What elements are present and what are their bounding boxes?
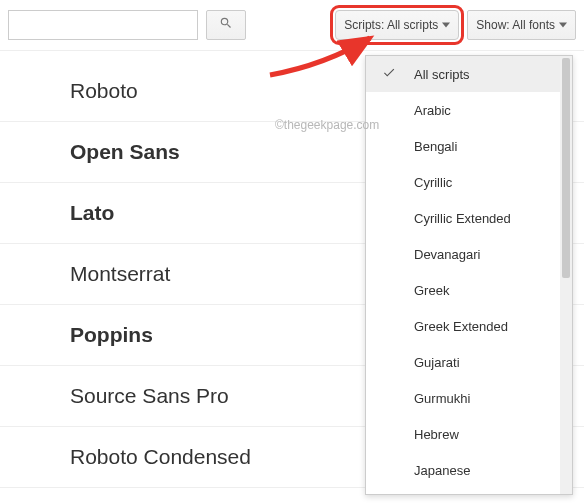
menu-item-label: Arabic xyxy=(414,103,451,118)
menu-item-label: Gujarati xyxy=(414,355,460,370)
menu-item-label: All scripts xyxy=(414,67,470,82)
menu-item-all-scripts[interactable]: All scripts xyxy=(366,56,560,92)
menu-item-cyrillic-extended[interactable]: Cyrillic Extended xyxy=(366,200,560,236)
menu-item-gurmukhi[interactable]: Gurmukhi xyxy=(366,380,560,416)
scrollbar[interactable] xyxy=(560,56,572,494)
menu-item-label: Cyrillic xyxy=(414,175,452,190)
menu-item-bengali[interactable]: Bengali xyxy=(366,128,560,164)
scrollbar-thumb[interactable] xyxy=(562,58,570,278)
scripts-menu-scroll: All scripts Arabic Bengali Cyrillic Cyri… xyxy=(366,56,560,494)
menu-item-japanese[interactable]: Japanese xyxy=(366,452,560,488)
menu-item-label: Greek Extended xyxy=(414,319,508,334)
show-dropdown[interactable]: Show: All fonts xyxy=(467,10,576,40)
caret-down-icon xyxy=(559,22,567,28)
scripts-menu: All scripts Arabic Bengali Cyrillic Cyri… xyxy=(365,55,573,495)
check-icon xyxy=(382,66,396,83)
search-button[interactable] xyxy=(206,10,246,40)
menu-item-cyrillic[interactable]: Cyrillic xyxy=(366,164,560,200)
menu-item-label: Bengali xyxy=(414,139,457,154)
search-input[interactable] xyxy=(8,10,198,40)
scripts-dropdown-label: Scripts: All scripts xyxy=(344,18,438,32)
menu-item-label: Japanese xyxy=(414,463,470,478)
menu-item-arabic[interactable]: Arabic xyxy=(366,92,560,128)
menu-item-label: Devanagari xyxy=(414,247,481,262)
caret-down-icon xyxy=(442,22,450,28)
menu-item-hebrew[interactable]: Hebrew xyxy=(366,416,560,452)
menu-item-label: Gurmukhi xyxy=(414,391,470,406)
scripts-dropdown[interactable]: Scripts: All scripts xyxy=(335,10,459,40)
menu-item-label: Hebrew xyxy=(414,427,459,442)
toolbar: Scripts: All scripts Show: All fonts xyxy=(0,0,584,51)
menu-item-label: Greek xyxy=(414,283,449,298)
show-dropdown-label: Show: All fonts xyxy=(476,18,555,32)
menu-item-devanagari[interactable]: Devanagari xyxy=(366,236,560,272)
menu-item-label: Cyrillic Extended xyxy=(414,211,511,226)
menu-item-greek-extended[interactable]: Greek Extended xyxy=(366,308,560,344)
menu-item-gujarati[interactable]: Gujarati xyxy=(366,344,560,380)
search-icon xyxy=(219,16,233,34)
menu-item-greek[interactable]: Greek xyxy=(366,272,560,308)
